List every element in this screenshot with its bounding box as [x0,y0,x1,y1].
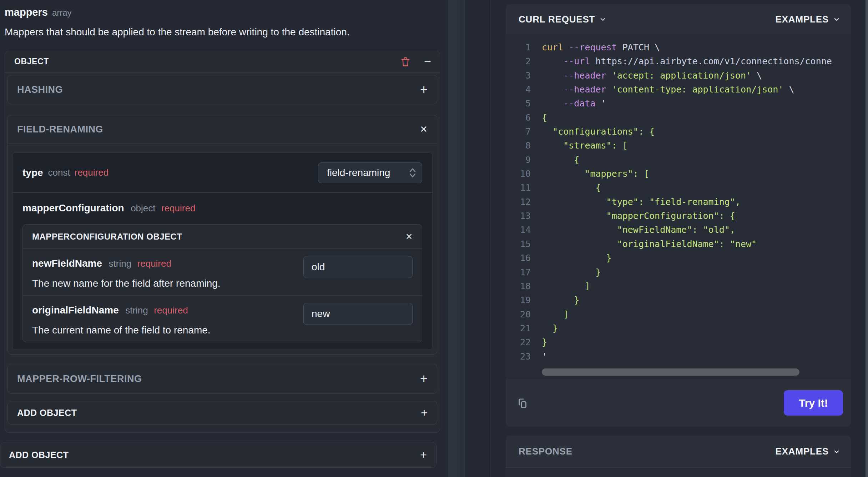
code-line: 18 ] [506,279,851,293]
hashing-section[interactable]: HASHING + [7,75,437,104]
copy-code-button[interactable] [516,397,529,410]
mapper-row-filtering-section[interactable]: MAPPER-ROW-FILTERING + [7,364,437,394]
code-text: --url https://api.airbyte.com/v1/connect… [531,54,832,68]
delete-object-button[interactable] [400,56,411,67]
type-required-badge: required [75,167,108,178]
try-it-button[interactable]: Try It! [784,390,843,416]
response-examples-dropdown[interactable]: EXAMPLES [776,446,841,457]
object-card-title: OBJECT [14,57,49,66]
line-number: 17 [506,265,531,279]
mapper-configuration-section: mapperConfiguration object required MAPP… [12,193,432,350]
minus-icon: − [424,55,431,69]
line-number: 8 [506,139,531,152]
code-line: 7 "configurations": { [506,125,851,139]
code-line: 5 --data ' [506,96,851,110]
curl-code-block[interactable]: 1curl --request PATCH \2 --url https://a… [506,34,851,379]
request-examples-dropdown[interactable]: EXAMPLES [776,14,841,25]
mapper-row-filtering-title: MAPPER-ROW-FILTERING [17,373,142,385]
mapper-configuration-card-title: MAPPERCONFIGURATION OBJECT [32,232,182,242]
type-property-row: type const required field-renaming [12,153,432,193]
left-pane-scrollbar-track[interactable] [457,0,465,477]
new-field-name-description: The new name for the field after renamin… [32,277,303,290]
code-text: --header 'accept: application/json' \ [531,69,762,82]
code-line: 13 "mapperConfiguration": { [506,209,851,223]
line-number: 14 [506,223,531,237]
code-text: } [531,293,579,307]
field-kind: array [52,6,72,19]
line-number: 4 [506,82,531,96]
examples-label: EXAMPLES [776,14,829,25]
original-field-name-required-badge: required [154,305,188,316]
field-renaming-header: FIELD-RENAMING ✕ [8,115,437,144]
code-line: 19 } [506,293,851,307]
line-number: 16 [506,251,531,265]
code-line: 15 "originalFieldName": "new" [506,237,851,251]
code-text: } [531,321,558,335]
code-text: "type": "field-renaming", [531,195,741,209]
code-text: "originalFieldName": "new" [531,237,757,251]
line-number: 2 [506,54,531,68]
curl-request-card: CURL REQUEST EXAMPLES 1curl --request PA… [506,4,851,427]
field-renaming-section: FIELD-RENAMING ✕ type const required [7,115,437,355]
code-text: ] [531,307,569,321]
code-line: 3 --header 'accept: application/json' \ [506,69,851,82]
field-renaming-group: type const required field-renaming [12,152,433,350]
add-object-button-outer[interactable]: ADD OBJECT + [0,442,436,468]
type-select[interactable]: field-renaming [318,162,422,183]
code-text: --header 'content-type: application/json… [531,82,794,96]
remove-mapper-configuration-button[interactable]: ✕ [405,232,413,242]
horizontal-scrollbar-thumb[interactable] [542,368,799,376]
new-field-name-group: newFieldName string required The new nam… [23,249,422,295]
field-renaming-body: type const required field-renaming [8,144,437,354]
schema-editor-pane: mappers array Mappers that should be app… [0,0,448,477]
line-number: 15 [506,237,531,251]
line-number: 10 [506,167,531,181]
line-number: 1 [506,40,531,54]
original-field-name-label: originalFieldName [32,305,119,316]
curl-request-title: CURL REQUEST [519,14,595,25]
code-text: "newFieldName": "old", [531,223,735,237]
expand-hashing-button[interactable]: + [420,82,428,97]
code-text: { [531,181,601,195]
response-header: RESPONSE EXAMPLES [506,436,851,468]
code-text: "mapperConfiguration": { [531,209,735,223]
code-text: } [531,251,612,265]
line-number: 6 [506,111,531,125]
line-number: 9 [506,153,531,167]
collapse-object-button[interactable]: − [424,55,431,69]
original-field-name-description: The current name of the field to rename. [32,324,303,336]
code-text: --data ' [531,96,606,110]
code-text: { [531,153,579,167]
plus-icon: + [420,82,428,97]
new-field-name-input[interactable] [303,256,413,278]
code-text: ' [531,350,547,363]
code-line: 16 } [506,251,851,265]
chevron-down-icon [599,15,607,24]
api-examples-pane: CURL REQUEST EXAMPLES 1curl --request PA… [490,0,868,477]
curl-card-footer: Try It! [506,379,851,427]
add-object-button-inner[interactable]: ADD OBJECT + [7,401,437,425]
code-line: 14 "newFieldName": "old", [506,223,851,237]
code-line: 9 { [506,153,851,167]
object-card-body: HASHING + FIELD-RENAMING ✕ [5,72,440,432]
mapper-configuration-name: mapperConfiguration [22,202,124,214]
curl-request-header: CURL REQUEST EXAMPLES [506,4,851,34]
trash-icon [400,56,411,67]
request-language-dropdown[interactable]: CURL REQUEST [519,14,607,25]
code-line: 21 } [506,321,851,335]
original-field-name-input[interactable] [303,303,413,325]
code-line: 11 { [506,181,851,195]
line-number: 13 [506,209,531,223]
field-renaming-title: FIELD-RENAMING [17,124,103,135]
plus-icon: + [421,406,428,420]
code-line: 12 "type": "field-renaming", [506,195,851,209]
code-line: 4 --header 'content-type: application/js… [506,82,851,96]
code-line: 8 "streams": [ [506,139,851,152]
left-pane-scrollbar-thumb[interactable] [448,0,457,477]
expand-mapper-row-filtering-button[interactable]: + [420,371,428,386]
code-line: 10 "mappers": [ [506,167,851,181]
remove-field-renaming-button[interactable]: ✕ [420,124,428,135]
plus-icon: + [420,448,427,462]
code-text: "configurations": { [531,125,655,139]
type-select-value: field-renaming [327,167,408,179]
